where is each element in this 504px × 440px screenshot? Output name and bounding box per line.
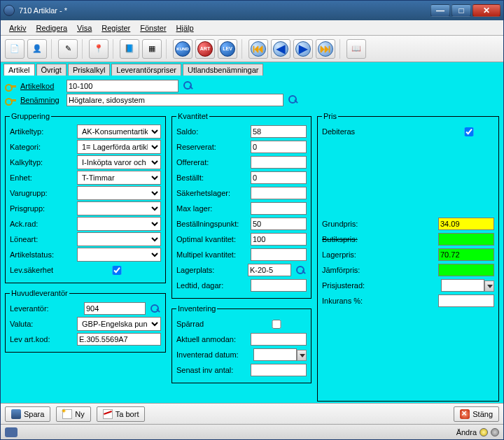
key-icon xyxy=(5,80,16,92)
tb-list-button[interactable]: ▦ xyxy=(142,39,162,59)
menu-arkiv[interactable]: Arkiv xyxy=(5,22,30,34)
saldo-label: Saldo: xyxy=(176,127,251,136)
benamning-label[interactable]: Benämning xyxy=(20,96,62,104)
tab-levprice[interactable]: Leverantörspriser xyxy=(111,64,181,76)
tb-pin-button[interactable]: 📍 xyxy=(89,39,108,59)
enhet-select[interactable]: T-Timmar xyxy=(77,171,161,185)
maximize-button[interactable]: □ xyxy=(451,4,471,17)
minimize-button[interactable]: — xyxy=(430,4,450,17)
multipel-input[interactable] xyxy=(251,248,307,261)
maxlager-input[interactable] xyxy=(251,202,307,215)
artikelkod-search-icon[interactable] xyxy=(183,80,194,92)
new-icon xyxy=(62,409,72,419)
butikpris-input[interactable] xyxy=(438,233,494,246)
status-indicator-icon xyxy=(5,427,18,437)
artikelstatus-label: Artikelstatus: xyxy=(10,250,77,259)
optimal-label: Optimal kvantitet: xyxy=(176,235,251,243)
menu-register[interactable]: Register xyxy=(97,22,134,34)
tb-next-button[interactable]: ▶ xyxy=(293,39,313,59)
menu-hjalp[interactable]: Hjälp xyxy=(172,22,198,34)
tab-strip: Artikel Övrigt Priskalkyl Leverantörspri… xyxy=(4,64,500,76)
reserverat-input[interactable] xyxy=(251,141,307,153)
debiteras-checkbox[interactable] xyxy=(441,127,497,136)
inventering-legend: Inventering xyxy=(176,304,217,313)
tab-ovrigt[interactable]: Övrigt xyxy=(36,64,66,76)
tb-prev-button[interactable]: ◀ xyxy=(271,39,290,59)
jamforpris-input[interactable] xyxy=(438,264,494,276)
valuta-label: Valuta: xyxy=(10,320,77,328)
bestallt-input[interactable] xyxy=(251,171,307,184)
tb-lev-button[interactable]: LEV xyxy=(218,39,237,59)
prisjusterad-label: Prisjusterad: xyxy=(322,281,441,290)
tab-utland[interactable]: Utlandsbenämningar xyxy=(183,64,264,76)
leverantor-search-icon[interactable] xyxy=(150,304,161,315)
invdatum-input[interactable] xyxy=(253,348,297,361)
tb-book-button[interactable]: 📘 xyxy=(120,39,139,59)
optimal-input[interactable] xyxy=(251,233,307,246)
ledtid-input[interactable] xyxy=(251,279,307,292)
tb-first-button[interactable]: ⏮ xyxy=(248,39,268,59)
tb-edit-button[interactable]: ✎ xyxy=(58,39,78,59)
artikeltyp-select[interactable]: AK-Konsumentartiklar xyxy=(77,125,161,139)
spara-button[interactable]: Spara xyxy=(5,406,50,422)
offererat-input[interactable] xyxy=(251,156,307,169)
tb-kund-button[interactable]: KUND xyxy=(173,39,192,59)
lagerpris-input[interactable] xyxy=(438,248,494,261)
lagerplats-input[interactable] xyxy=(248,264,291,276)
menu-visa[interactable]: Visa xyxy=(73,22,96,34)
tb-add-user-button[interactable]: 👤 xyxy=(27,39,47,59)
app-window: 710 Artiklar - * — □ ✕ Arkiv Redigera Vi… xyxy=(0,0,504,440)
save-icon xyxy=(11,409,21,419)
kalkyltyp-select[interactable]: I-Inköpta varor och tjä xyxy=(77,155,161,169)
tb-new-doc-button[interactable]: 📄 xyxy=(5,39,24,59)
valuta-select[interactable]: GBP-Engelska pun xyxy=(77,317,161,331)
varugrupp-select[interactable] xyxy=(77,186,161,200)
invdatum-dropdown-icon[interactable] xyxy=(297,350,307,361)
tabort-button[interactable]: Ta bort xyxy=(97,406,146,422)
inkurans-input[interactable] xyxy=(438,294,494,307)
maxlager-label: Max lager: xyxy=(176,204,251,213)
menu-redigera[interactable]: Redigera xyxy=(31,22,71,34)
tb-art-button[interactable]: ART xyxy=(195,39,215,59)
anmodan-input[interactable] xyxy=(251,333,307,346)
title-bar: 710 Artiklar - * — □ ✕ xyxy=(1,1,503,20)
loneart-select[interactable] xyxy=(77,232,161,246)
kategori-select[interactable]: 1= Lagerförda artiklar xyxy=(77,140,161,154)
benamning-search-icon[interactable] xyxy=(288,94,299,106)
benamning-input[interactable] xyxy=(66,94,284,106)
menu-fonster[interactable]: Fönster xyxy=(136,22,170,34)
stang-button[interactable]: Stäng xyxy=(454,406,499,422)
toolbar: 📄 👤 ✎ 📍 📘 ▦ KUND ART LEV ⏮ ◀ ▶ ⏭ 📖 xyxy=(1,36,503,62)
artikelkod-input[interactable] xyxy=(66,80,178,92)
leverantor-input[interactable] xyxy=(84,302,146,315)
andra-label: Ändra xyxy=(456,428,477,437)
prisjusterad-input[interactable] xyxy=(441,279,484,292)
sparrad-checkbox[interactable] xyxy=(248,320,304,329)
artikelkod-label[interactable]: Artikelkod xyxy=(20,82,62,90)
tb-last-button[interactable]: ⏭ xyxy=(316,39,335,59)
tb-help-button[interactable]: 📖 xyxy=(346,39,366,59)
grundpris-input[interactable] xyxy=(438,218,494,230)
close-button[interactable]: ✕ xyxy=(472,4,500,17)
lagerplats-search-icon[interactable] xyxy=(295,265,307,276)
multipel-label: Multipel kvantitet: xyxy=(176,250,251,259)
tab-priskalkyl[interactable]: Priskalkyl xyxy=(68,64,110,76)
loneart-label: Löneart: xyxy=(10,235,77,243)
artikelstatus-select[interactable] xyxy=(77,248,161,262)
levsakerhet-checkbox[interactable] xyxy=(75,266,159,275)
senast-input[interactable] xyxy=(251,364,307,376)
levartkod-input[interactable] xyxy=(77,333,161,346)
ackrad-select[interactable] xyxy=(77,217,161,231)
prisjusterad-dropdown-icon[interactable] xyxy=(484,281,494,292)
levartkod-label: Lev art.kod: xyxy=(10,335,77,343)
sakerhetslager-input[interactable] xyxy=(251,187,307,199)
prisgrupp-select[interactable] xyxy=(77,201,161,215)
invdatum-label: Inventerad datum: xyxy=(176,350,253,359)
tab-artikel[interactable]: Artikel xyxy=(4,64,35,76)
footer-bar: Spara Ny Ta bort Stäng xyxy=(1,403,503,424)
bestallpunkt-input[interactable] xyxy=(251,218,307,230)
window-title: 710 Artiklar - * xyxy=(19,6,429,15)
saldo-input[interactable] xyxy=(251,125,307,138)
ny-button[interactable]: Ny xyxy=(56,406,90,422)
inventering-group: Inventering Spärrad Aktuell anmodan: Inv… xyxy=(172,304,312,383)
